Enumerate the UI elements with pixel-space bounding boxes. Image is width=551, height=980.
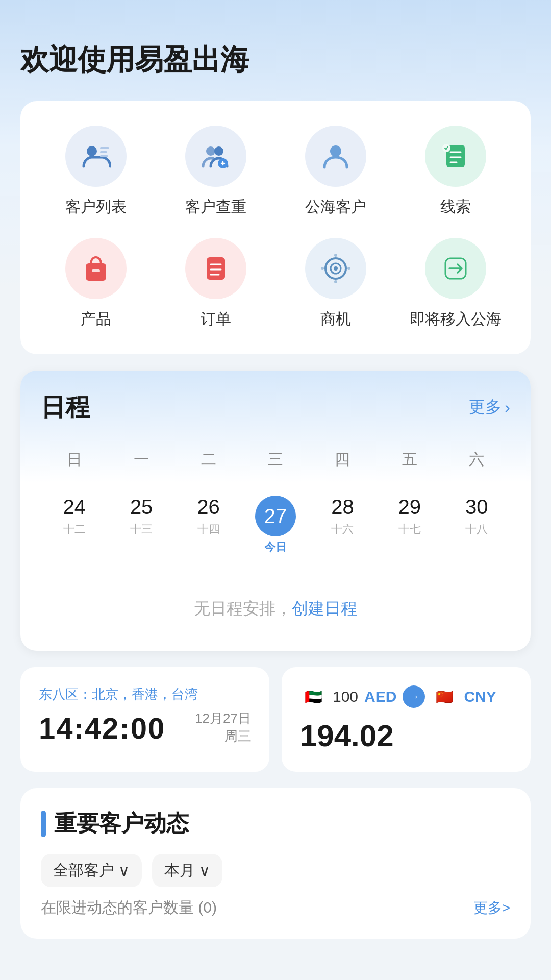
page-wrapper: 欢迎使用易盈出海 客户列表 (0, 0, 551, 980)
move-to-public-label: 即将移入公海 (410, 308, 502, 330)
orders-icon (185, 238, 246, 299)
opportunities-icon (305, 238, 366, 299)
weekday-thu: 四 (309, 444, 376, 475)
svg-rect-16 (92, 270, 100, 272)
quick-item-public-customers[interactable]: 公海客户 (281, 126, 390, 217)
weekday-mon: 一 (108, 444, 174, 475)
cny-flag: 🇨🇳 (431, 688, 458, 705)
leads-label: 线索 (440, 196, 471, 217)
svg-rect-17 (207, 257, 225, 280)
svg-point-24 (334, 254, 337, 257)
day-29[interactable]: 29 十七 (376, 487, 443, 563)
weekday-fri: 五 (376, 444, 443, 475)
customer-dedup-label: 客户查重 (185, 196, 246, 217)
page-title: 欢迎使用易盈出海 (20, 31, 531, 85)
from-amount: 100 (333, 688, 358, 705)
products-icon (65, 238, 127, 299)
schedule-empty: 无日程安排，创建日程 (41, 587, 510, 630)
leads-icon (425, 126, 486, 187)
day-25[interactable]: 25 十三 (108, 487, 174, 563)
weekday-tue: 二 (175, 444, 242, 475)
currency-arrow: → (403, 685, 425, 708)
dynamics-bar-icon (41, 811, 46, 837)
schedule-more-button[interactable]: 更多 › (469, 396, 510, 419)
customer-list-label: 客户列表 (65, 196, 127, 217)
opportunities-label: 商机 (320, 308, 351, 330)
day-28[interactable]: 28 十六 (309, 487, 376, 563)
svg-point-25 (334, 280, 337, 283)
svg-point-4 (206, 146, 215, 156)
time-date: 12月27日 (195, 709, 251, 727)
orders-label: 订单 (201, 308, 231, 330)
currency-result: 194.02 (300, 718, 512, 753)
svg-rect-3 (100, 155, 108, 157)
quick-item-customer-dedup[interactable]: 客户查重 (161, 126, 270, 217)
create-schedule-link[interactable]: 创建日程 (292, 599, 357, 618)
svg-point-9 (330, 145, 341, 157)
quick-access-card: 客户列表 客户查重 (20, 101, 531, 354)
dynamics-filters: 全部客户 ∨ 本月 ∨ (41, 854, 510, 887)
quick-item-orders[interactable]: 订单 (161, 238, 270, 330)
timezone-label: 东八区：北京，香港，台湾 (39, 685, 251, 703)
dynamics-header: 重要客户动态 (41, 808, 510, 839)
info-row: 东八区：北京，香港，台湾 14:42:00 12月27日 周三 🇦🇪 100 A… (20, 667, 531, 772)
quick-item-customer-list[interactable]: 客户列表 (41, 126, 151, 217)
schedule-header: 日程 更多 › (41, 391, 510, 424)
quick-item-leads[interactable]: 线索 (400, 126, 510, 217)
aed-flag: 🇦🇪 (300, 688, 327, 705)
customer-list-icon (65, 126, 127, 187)
quick-item-opportunities[interactable]: 商机 (281, 238, 390, 330)
day-27-today[interactable]: 27 今日 (242, 487, 309, 563)
public-customers-label: 公海客户 (305, 196, 366, 217)
dynamics-subtitle: 在限进动态的客户数量 (0) 更多> (41, 897, 510, 918)
svg-rect-1 (100, 147, 109, 149)
svg-point-0 (87, 146, 97, 156)
filter-month-button[interactable]: 本月 ∨ (152, 854, 222, 887)
weekday-wed: 三 (242, 444, 309, 475)
products-label: 产品 (81, 308, 111, 330)
to-currency-label: CNY (464, 688, 496, 705)
day-24[interactable]: 24 十二 (41, 487, 108, 563)
calendar-weekdays: 日 一 二 三 四 五 六 (41, 444, 510, 475)
schedule-card: 日程 更多 › 日 一 二 三 四 五 六 24 十二 25 十三 (20, 371, 531, 651)
time-card: 东八区：北京，香港，台湾 14:42:00 12月27日 周三 (20, 667, 269, 772)
svg-point-27 (347, 267, 350, 270)
svg-point-5 (214, 146, 223, 156)
day-30[interactable]: 30 十八 (443, 487, 510, 563)
dynamics-more-link[interactable]: 更多> (473, 898, 510, 918)
currency-card: 🇦🇪 100 AED → 🇨🇳 CNY 194.02 (282, 667, 531, 772)
time-display: 14:42:00 (39, 711, 165, 745)
from-currency-label: AED (364, 688, 396, 705)
svg-rect-2 (100, 151, 107, 153)
weekday-sat: 六 (443, 444, 510, 475)
time-weekday: 周三 (195, 727, 251, 745)
quick-item-products[interactable]: 产品 (41, 238, 151, 330)
public-customers-icon (305, 126, 366, 187)
move-to-public-icon (425, 238, 486, 299)
weekday-sun: 日 (41, 444, 108, 475)
svg-point-23 (334, 266, 338, 271)
dynamics-card: 重要客户动态 全部客户 ∨ 本月 ∨ 在限进动态的客户数量 (0) 更多> (20, 788, 531, 939)
svg-point-26 (321, 267, 324, 270)
schedule-title: 日程 (41, 391, 90, 424)
quick-item-move-to-public[interactable]: 即将移入公海 (400, 238, 510, 330)
filter-all-button[interactable]: 全部客户 ∨ (41, 854, 142, 887)
calendar-days: 24 十二 25 十三 26 十四 27 今日 28 十六 29 十七 (41, 487, 510, 563)
day-26[interactable]: 26 十四 (175, 487, 242, 563)
dynamics-title: 重要客户动态 (54, 808, 189, 839)
customer-dedup-icon (185, 126, 246, 187)
